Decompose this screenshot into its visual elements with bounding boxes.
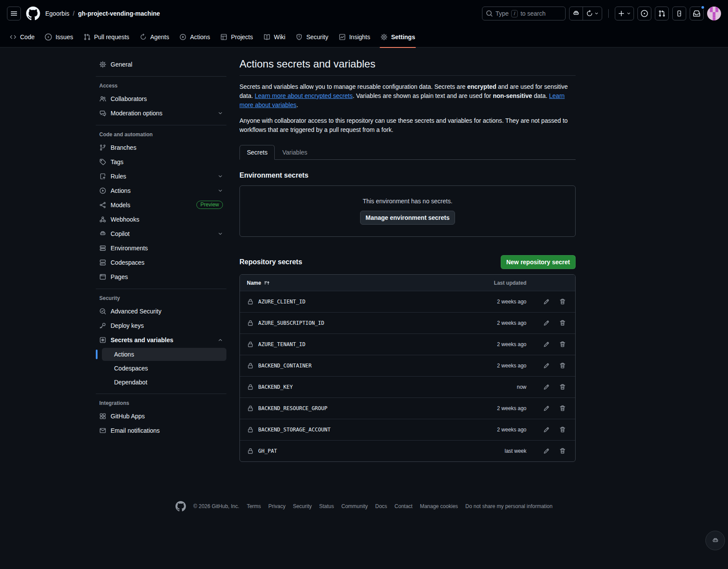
footer-link-terms[interactable]: Terms	[247, 503, 261, 509]
sidebar-item-github-apps[interactable]: GitHub Apps	[96, 409, 226, 423]
pencil-icon[interactable]	[543, 298, 550, 305]
sidebar-item-email-notifications[interactable]: Email notifications	[96, 423, 226, 438]
tab-agents[interactable]: Agents	[135, 27, 174, 47]
manage-environment-secrets-button[interactable]: Manage environment secrets	[360, 211, 455, 225]
sidebar-item-branches[interactable]: Branches	[96, 140, 226, 155]
footer-link-status[interactable]: Status	[319, 503, 334, 509]
sidebar-item-rules[interactable]: Rules	[96, 169, 226, 183]
tab-code[interactable]: Code	[5, 27, 39, 47]
pencil-icon[interactable]	[543, 405, 550, 412]
footer-link-contact[interactable]: Contact	[394, 503, 412, 509]
sidebar-item-pages[interactable]: Pages	[96, 269, 226, 284]
secret-name-cell: AZURE_CLIENT_ID	[247, 298, 474, 305]
pencil-icon[interactable]	[543, 448, 550, 455]
learn-more-encrypted-secrets-link[interactable]: Learn more about encrypted secrets	[255, 92, 353, 99]
tab-label: Actions	[190, 34, 210, 40]
trash-icon[interactable]	[559, 298, 566, 305]
app-header: Egoorbis / gh-project-vending-machine Ty…	[0, 0, 728, 27]
pencil-icon[interactable]	[543, 341, 550, 348]
sidebar-item-secrets-and-variables[interactable]: Secrets and variables	[96, 333, 226, 347]
sidebar-subitem-actions[interactable]: Actions	[102, 348, 226, 361]
avatar[interactable]	[707, 7, 721, 20]
sidebar-item-label: Moderation options	[111, 110, 162, 117]
sidebar-item-models[interactable]: Models Preview	[96, 198, 226, 212]
sidebar-subitem-codespaces[interactable]: Codespaces	[102, 362, 226, 375]
sidebar-item-codespaces[interactable]: Codespaces	[96, 255, 226, 269]
sidebar-item-webhooks[interactable]: Webhooks	[96, 212, 226, 226]
tab-wiki[interactable]: Wiki	[259, 27, 290, 47]
tab-issues[interactable]: Issues	[40, 27, 77, 47]
footer-link-community[interactable]: Community	[341, 503, 368, 509]
pencil-icon[interactable]	[543, 384, 550, 391]
tab-variables[interactable]: Variables	[275, 145, 314, 160]
intro-text: . Variables are shown as plain text and …	[353, 92, 493, 99]
tab-projects[interactable]: Projects	[216, 27, 257, 47]
footer-link-manage-cookies[interactable]: Manage cookies	[420, 503, 458, 509]
breadcrumb-owner[interactable]: Egoorbis	[45, 10, 69, 17]
sidebar-item-advanced-security[interactable]: Advanced Security	[96, 304, 226, 318]
pencil-icon[interactable]	[543, 362, 550, 369]
chevron-down-icon	[218, 174, 223, 179]
hamburger-icon	[10, 10, 17, 17]
breadcrumb-repo[interactable]: gh-project-vending-machine	[78, 10, 160, 17]
trash-icon[interactable]	[559, 384, 566, 391]
sidebar-subitem-dependabot[interactable]: Dependabot	[102, 376, 226, 389]
footer-link-privacy[interactable]: Privacy	[268, 503, 285, 509]
secret-name: BACKEND_KEY	[258, 384, 293, 390]
sidebar-item-tags[interactable]: Tags	[96, 155, 226, 169]
tab-insights[interactable]: Insights	[334, 27, 374, 47]
footer-link-security[interactable]: Security	[293, 503, 312, 509]
github-mark-icon[interactable]	[26, 7, 40, 20]
trash-icon[interactable]	[559, 362, 566, 369]
new-repository-secret-button[interactable]: New repository secret	[501, 255, 576, 269]
tab-pull-requests[interactable]: Pull requests	[79, 27, 134, 47]
sidebar-section-access: Access	[96, 83, 226, 89]
apps-icon	[99, 413, 106, 420]
pencil-icon[interactable]	[543, 320, 550, 327]
panel-button[interactable]	[672, 7, 686, 20]
footer-copyright: © 2026 GitHub, Inc.	[193, 503, 239, 509]
sidebar-item-deploy-keys[interactable]: Deploy keys	[96, 318, 226, 333]
footer-link-docs[interactable]: Docs	[375, 503, 387, 509]
trash-icon[interactable]	[559, 448, 566, 455]
breadcrumb-separator: /	[73, 10, 74, 17]
sidebar-item-moderation-options[interactable]: Moderation options	[96, 106, 226, 120]
sidebar-divider	[96, 76, 226, 77]
column-header-name[interactable]: Name	[247, 280, 474, 286]
secret-last-updated: 2 weeks ago	[474, 341, 526, 347]
create-new-button[interactable]	[615, 7, 634, 20]
notifications-button[interactable]	[690, 7, 704, 20]
trash-icon[interactable]	[559, 426, 566, 433]
secret-name: AZURE_CLIENT_ID	[258, 299, 305, 305]
git-branch-icon	[99, 144, 106, 151]
search-input[interactable]: Type / to search	[482, 7, 566, 20]
agents-swirl-icon	[586, 10, 593, 17]
tab-settings[interactable]: Settings	[376, 27, 419, 47]
lock-icon	[247, 298, 254, 305]
tab-label: Issues	[55, 34, 73, 40]
sidebar-item-label: Copilot	[111, 230, 130, 237]
copilot-fab-button[interactable]	[705, 531, 725, 550]
sidebar-item-collaborators[interactable]: Collaborators	[96, 91, 226, 106]
copilot-button[interactable]	[570, 7, 583, 20]
sidebar-item-copilot[interactable]: Copilot	[96, 226, 226, 241]
global-menu-button[interactable]	[7, 7, 21, 20]
tab-security[interactable]: Security	[291, 27, 333, 47]
sidebar-item-general[interactable]: General	[96, 57, 226, 71]
sidebar-item-environments[interactable]: Environments	[96, 241, 226, 255]
environment-empty-message: This environment has no secrets.	[363, 198, 452, 205]
tab-actions[interactable]: Actions	[175, 27, 214, 47]
copilot-menu-button[interactable]	[583, 7, 602, 20]
issues-header-button[interactable]	[637, 7, 651, 20]
trash-icon[interactable]	[559, 320, 566, 327]
tab-secrets[interactable]: Secrets	[239, 145, 275, 160]
footer-link-do-not-share[interactable]: Do not share my personal information	[465, 503, 553, 509]
trash-icon[interactable]	[559, 341, 566, 348]
sidebar-item-actions[interactable]: Actions	[96, 183, 226, 198]
trash-icon[interactable]	[559, 405, 566, 412]
tab-label: Code	[20, 34, 34, 40]
secret-icon	[99, 337, 106, 343]
pull-requests-header-button[interactable]	[655, 7, 669, 20]
sidebar-item-label: Dependabot	[114, 379, 147, 386]
pencil-icon[interactable]	[543, 426, 550, 433]
